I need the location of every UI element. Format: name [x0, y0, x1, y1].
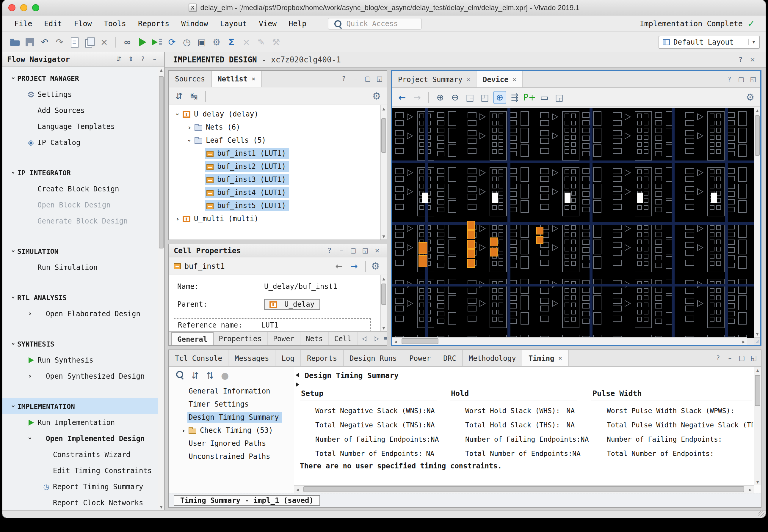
timing-horizontal-scrollbar[interactable]	[294, 485, 754, 493]
help-icon[interactable]: ?	[138, 54, 147, 64]
help-icon[interactable]: ?	[325, 246, 334, 255]
tab-netlist[interactable]: Netlist	[212, 71, 262, 87]
tab-cell[interactable]: Cell	[329, 332, 358, 345]
cell-properties-scrollbar[interactable]	[380, 275, 387, 331]
menu-item[interactable]: Reports	[132, 15, 175, 32]
scroll-down-icon[interactable]	[381, 325, 387, 331]
minimize-button[interactable]	[20, 4, 27, 11]
redo-icon[interactable]: ↷	[53, 35, 66, 48]
delete-icon[interactable]: ×	[97, 35, 111, 48]
scrollbar-thumb[interactable]	[381, 284, 386, 305]
zoom-selection-icon[interactable]: ◰	[478, 91, 491, 104]
settings-gear-icon[interactable]	[369, 259, 382, 273]
autofit-selection-icon[interactable]: ⊕	[493, 91, 506, 104]
tab-project-summary[interactable]: Project Summary	[392, 71, 477, 87]
close-icon[interactable]	[558, 355, 562, 361]
minimize-icon[interactable]: –	[725, 353, 735, 363]
back-icon[interactable]: ←	[333, 259, 346, 273]
settings-gear-icon[interactable]	[370, 89, 383, 103]
help-icon[interactable]: ?	[736, 55, 745, 64]
scroll-up-icon[interactable]	[754, 367, 761, 373]
elapsed-time-icon[interactable]: ◷	[180, 35, 194, 48]
timing-vertical-scrollbar[interactable]	[754, 367, 761, 485]
tree-item[interactable]: buf_inst1 (LUT1)	[169, 147, 380, 160]
close-icon[interactable]	[467, 76, 470, 83]
zoom-button[interactable]	[32, 4, 39, 11]
scroll-down-icon[interactable]	[754, 479, 761, 485]
tab-scroll-left-icon[interactable]: ◁	[360, 334, 369, 343]
parent-cell-chip[interactable]: U_delay	[264, 299, 320, 310]
tab-timing[interactable]: Timing	[522, 350, 569, 366]
tab-reports[interactable]: Reports	[301, 350, 344, 366]
report-icon[interactable]	[68, 35, 81, 48]
flow-navigator-scrollbar[interactable]	[158, 67, 164, 510]
flow-item[interactable]: Run Simulation	[2, 259, 158, 275]
minimize-icon[interactable]: –	[337, 246, 346, 255]
tab-scroll-right-icon[interactable]: ▷	[372, 334, 381, 343]
collapse-all-icon[interactable]: ⇵	[114, 54, 124, 64]
window-swap-icon[interactable]: ◲	[553, 91, 566, 104]
tree-item[interactable]: buf_inst2 (LUT1)	[169, 160, 380, 173]
tree-item[interactable]: Nets (6)	[169, 121, 380, 134]
menu-item[interactable]: Window	[175, 15, 214, 32]
tab-properties[interactable]: Properties	[213, 332, 268, 345]
close-button[interactable]	[8, 4, 15, 11]
layout-selector[interactable]: Default Layout ▾	[659, 35, 760, 48]
flow-item[interactable]: Settings	[2, 86, 158, 102]
flow-section-header[interactable]: PROJECT MANAGER	[2, 70, 158, 86]
zoom-out-icon[interactable]: ⊖	[448, 91, 462, 104]
flow-section-header[interactable]: SIMULATION	[2, 243, 158, 259]
toolbar-separator[interactable]	[428, 92, 429, 103]
pause-icon[interactable]: ●	[218, 369, 232, 382]
expander-icon[interactable]	[180, 426, 187, 434]
flow-item[interactable]: Report Clock Networks	[2, 495, 158, 510]
run-icon[interactable]	[136, 35, 149, 48]
menu-item[interactable]: Tools	[98, 15, 132, 32]
sync-selection-icon[interactable]: ↹	[187, 89, 201, 103]
scroll-up-icon[interactable]	[381, 275, 387, 282]
menu-item[interactable]: Edit	[38, 15, 68, 32]
scrollbar-thumb[interactable]	[381, 118, 386, 153]
device-vertical-scrollbar[interactable]	[754, 107, 760, 337]
device-view[interactable]	[392, 108, 754, 338]
report-tree-item[interactable]: Timer Settings	[169, 398, 293, 411]
pblock-add-icon[interactable]: P+	[523, 91, 536, 104]
scroll-up-icon[interactable]	[158, 67, 164, 73]
cancel-icon[interactable]: ×	[240, 35, 253, 48]
tools-icon[interactable]: ⚒	[270, 35, 283, 48]
restart-icon[interactable]: ⟳	[165, 35, 178, 48]
tree-item[interactable]: U_multi (multi)	[169, 212, 380, 225]
close-icon[interactable]	[252, 75, 255, 82]
scroll-right-icon[interactable]	[740, 338, 747, 345]
scrollbar-thumb[interactable]	[159, 76, 163, 248]
flow-item[interactable]: IP Catalog	[2, 134, 158, 150]
tree-item[interactable]: U_delay (delay)	[169, 108, 380, 121]
copy-icon[interactable]	[83, 35, 96, 48]
maximize-icon[interactable]: ▢	[363, 74, 372, 84]
menu-item[interactable]: Layout	[214, 15, 253, 32]
resize-grip[interactable]	[758, 511, 764, 517]
save-icon[interactable]	[23, 35, 36, 48]
scrollbar-thumb[interactable]	[303, 486, 744, 492]
scroll-right-icon[interactable]	[747, 486, 754, 493]
menu-item[interactable]: Help	[283, 15, 312, 32]
zoom-fit-icon[interactable]: ◳	[463, 91, 476, 104]
edit-icon[interactable]: ✎	[255, 35, 268, 48]
scrollbar-thumb[interactable]	[402, 338, 438, 344]
tab-design-runs[interactable]: Design Runs	[344, 350, 403, 366]
scrollbar-thumb[interactable]	[755, 115, 760, 156]
scroll-down-icon[interactable]	[381, 233, 387, 240]
help-icon[interactable]: ?	[713, 353, 723, 363]
close-icon[interactable]	[513, 76, 516, 83]
sum-icon[interactable]: Σ	[225, 35, 238, 48]
scroll-up-icon[interactable]	[754, 107, 760, 114]
tree-item[interactable]: buf_inst3 (LUT1)	[169, 173, 380, 186]
maximize-icon[interactable]: ▢	[736, 75, 746, 84]
expand-all-icon[interactable]: ⇅	[204, 369, 217, 382]
open-project-icon[interactable]	[8, 35, 21, 48]
resize-grip[interactable]	[754, 337, 760, 345]
flow-section-header[interactable]: SYNTHESIS	[2, 336, 158, 352]
scroll-left-icon[interactable]	[294, 486, 301, 493]
flow-item[interactable]: Edit Timing Constraints	[2, 462, 158, 479]
close-icon[interactable]: ×	[372, 246, 382, 255]
